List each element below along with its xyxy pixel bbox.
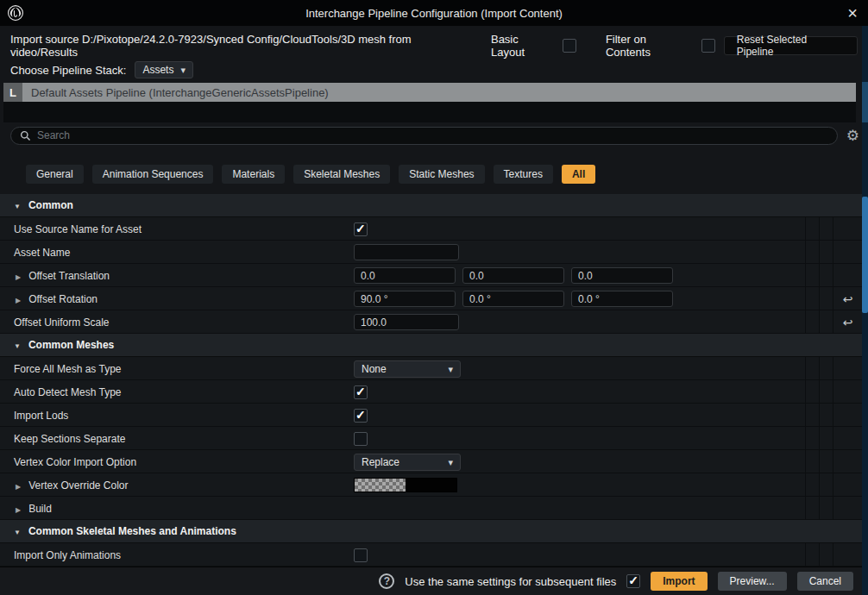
section-title: Common	[28, 199, 73, 211]
section-header-common-skeletal[interactable]: Common Skeletal Meshes and Animations	[0, 520, 862, 543]
row-auto-detect-mesh-type: Auto Detect Mesh Type	[0, 380, 862, 404]
property-label: Vertex Override Color	[0, 479, 343, 492]
chevron-down-icon	[180, 64, 186, 76]
dropdown-value: None	[362, 363, 387, 375]
row-import-lods: Import Lods	[0, 404, 862, 427]
offset-translation-z-input[interactable]	[571, 267, 673, 284]
dropdown-value: Replace	[362, 456, 399, 468]
expand-caret-icon[interactable]	[16, 479, 21, 492]
property-label-text: Offset Rotation	[28, 293, 97, 305]
search-row	[10, 126, 859, 145]
basic-layout-label: Basic Layout	[491, 33, 554, 59]
offset-rotation-y-input[interactable]	[462, 291, 564, 307]
tab-textures[interactable]: Textures	[494, 165, 553, 184]
row-keep-sections-separate: Keep Sections Separate	[0, 427, 862, 450]
grid-divider	[805, 404, 819, 427]
property-label: Offset Uniform Scale	[0, 316, 343, 329]
tab-general[interactable]: General	[26, 165, 84, 184]
offset-uniform-scale-input[interactable]	[354, 314, 459, 330]
section-title: Common Skeletal Meshes and Animations	[28, 525, 236, 537]
reset-selected-pipeline-button[interactable]: Reset Selected Pipeline	[724, 36, 858, 55]
property-label-text: Build	[28, 503, 52, 515]
tab-animation-sequences[interactable]: Animation Sequences	[92, 165, 214, 184]
vertex-override-color-swatch[interactable]	[354, 478, 457, 492]
scrollbar[interactable]	[862, 26, 868, 595]
pipeline-list: L Default Assets Pipeline (InterchangeGe…	[3, 83, 856, 122]
pipeline-stack-value: Assets	[142, 64, 173, 76]
grid-divider	[819, 310, 833, 334]
offset-translation-y-input[interactable]	[462, 267, 564, 284]
import-only-animations-checkbox[interactable]	[354, 548, 368, 562]
property-label: Build	[0, 503, 343, 515]
grid-divider	[819, 543, 833, 567]
property-label: Auto Detect Mesh Type	[0, 386, 343, 398]
preview-button[interactable]: Preview...	[718, 572, 787, 591]
tab-all[interactable]: All	[562, 165, 595, 184]
row-offset-rotation: Offset Rotation	[0, 287, 862, 310]
import-button[interactable]: Import	[651, 572, 707, 591]
grid-divider	[819, 497, 833, 520]
row-use-source-name: Use Source Name for Asset	[0, 217, 862, 241]
property-label-text: Auto Detect Mesh Type	[14, 386, 122, 398]
scrollbar-thumb[interactable]	[862, 82, 868, 122]
section-header-common-meshes[interactable]: Common Meshes	[0, 334, 862, 357]
search-input[interactable]	[37, 129, 828, 141]
property-label-text: Use Source Name for Asset	[14, 223, 142, 235]
help-icon[interactable]	[379, 573, 394, 589]
property-label-text: Vertex Override Color	[28, 479, 128, 492]
row-offset-translation: Offset Translation	[0, 264, 862, 287]
reset-arrow-icon	[843, 292, 853, 306]
pipeline-list-item-selected[interactable]: L Default Assets Pipeline (InterchangeGe…	[3, 83, 856, 102]
scrollbar-thumb[interactable]	[862, 197, 868, 313]
filter-on-contents-checkbox[interactable]	[701, 39, 715, 53]
grid-divider	[819, 357, 833, 380]
subsequent-files-checkbox[interactable]	[626, 574, 640, 588]
grid-divider	[805, 450, 819, 473]
reset-to-default-button[interactable]	[833, 287, 862, 310]
settings-gear-icon[interactable]	[846, 127, 859, 145]
row-vertex-color-import-option: Vertex Color Import Option Replace	[0, 450, 862, 473]
grid-divider	[833, 380, 862, 404]
property-label-text: Vertex Color Import Option	[14, 456, 136, 468]
expand-caret-icon[interactable]	[16, 293, 21, 305]
expand-caret-icon[interactable]	[16, 503, 21, 515]
import-lods-checkbox[interactable]	[354, 409, 368, 423]
pipeline-stack-row: Choose Pipeline Stack: Assets	[10, 60, 193, 79]
keep-sections-separate-checkbox[interactable]	[354, 432, 368, 446]
property-label-text: Import Lods	[14, 410, 68, 422]
property-label: Keep Sections Separate	[0, 433, 343, 445]
grid-divider	[805, 497, 819, 520]
expand-caret-icon[interactable]	[16, 270, 21, 282]
offset-translation-x-input[interactable]	[354, 267, 456, 284]
basic-layout-checkbox[interactable]	[563, 39, 576, 53]
cancel-button[interactable]: Cancel	[797, 572, 853, 591]
grid-divider	[819, 473, 833, 497]
tab-skeletal-meshes[interactable]: Skeletal Meshes	[293, 165, 390, 184]
use-source-name-checkbox[interactable]	[354, 222, 368, 236]
property-label: Asset Name	[0, 247, 343, 259]
close-icon[interactable]: ×	[847, 2, 858, 24]
reset-to-default-button[interactable]	[833, 310, 862, 334]
force-all-mesh-dropdown[interactable]: None	[354, 360, 461, 378]
offset-rotation-x-input[interactable]	[354, 291, 456, 307]
subsequent-files-label: Use the same settings for subsequent fil…	[405, 575, 616, 588]
asset-name-input[interactable]	[354, 244, 459, 260]
search-box[interactable]	[10, 127, 838, 145]
tab-static-meshes[interactable]: Static Meshes	[399, 165, 484, 184]
grid-divider	[833, 217, 862, 241]
color-solid	[406, 479, 456, 492]
offset-rotation-z-input[interactable]	[571, 291, 673, 307]
grid-divider	[833, 404, 862, 427]
grid-divider	[805, 241, 819, 264]
tab-materials[interactable]: Materials	[222, 165, 285, 184]
grid-divider	[805, 427, 819, 450]
property-label: Offset Translation	[0, 270, 343, 282]
row-offset-uniform-scale: Offset Uniform Scale	[0, 310, 862, 334]
auto-detect-mesh-type-checkbox[interactable]	[354, 385, 368, 399]
grid-divider	[819, 217, 833, 241]
vertex-color-import-dropdown[interactable]: Replace	[354, 454, 461, 471]
section-header-common[interactable]: Common	[0, 194, 862, 217]
pipeline-stack-dropdown[interactable]: Assets	[135, 61, 193, 78]
grid-divider	[819, 241, 833, 264]
grid-divider	[805, 287, 819, 310]
